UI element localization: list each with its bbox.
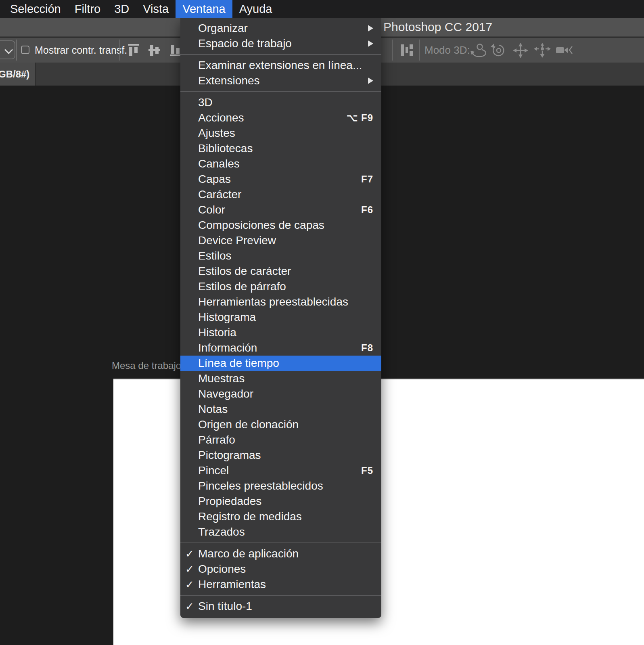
menu-item-shortcut: ⌥ F9 (347, 112, 373, 124)
menu-item-label: Origen de clonación (198, 418, 299, 431)
distribute-icon[interactable] (401, 44, 413, 56)
menu-item-caracter[interactable]: Carácter (180, 187, 381, 202)
submenu-arrow-icon (368, 25, 373, 31)
menu-item-label: Capas (198, 173, 231, 186)
submenu-arrow-icon (368, 40, 373, 47)
menu-item-acciones[interactable]: Acciones⌥ F9 (180, 110, 381, 126)
menu-item-estilos-de-parrafo[interactable]: Estilos de párrafo (180, 279, 381, 294)
menu-item-label: Estilos de párrafo (198, 280, 286, 293)
menu-item-marco-de-aplicacion[interactable]: ✓Marco de aplicación (180, 546, 381, 561)
menu-item-origen-de-clonacion[interactable]: Origen de clonación (180, 417, 381, 432)
menu-item-herramientas-preestablecidas[interactable]: Herramientas preestablecidas (180, 294, 381, 310)
menubar-item-vista[interactable]: Vista (136, 0, 176, 18)
menu-item-label: Navegador (198, 387, 253, 400)
menu-item-registro-de-medidas[interactable]: Registro de medidas (180, 509, 381, 524)
menu-item-estilos[interactable]: Estilos (180, 248, 381, 264)
menu-item-capas[interactable]: CapasF7 (180, 172, 381, 187)
menu-item-estilos-de-caracter[interactable]: Estilos de carácter (180, 264, 381, 279)
menu-item-herramientas[interactable]: ✓Herramientas (180, 577, 381, 592)
align-top-edges-icon[interactable] (128, 43, 140, 57)
ventana-dropdown-menu: OrganizarEspacio de trabajoExaminar exte… (180, 18, 381, 618)
menu-item-informacion[interactable]: InformaciónF8 (180, 340, 381, 356)
submenu-arrow-icon (368, 77, 373, 84)
menu-item-label: Ajustes (198, 127, 235, 140)
menu-item-label: Estilos (198, 249, 231, 262)
toolbar-divider (419, 40, 420, 61)
menu-item-label: Marco de aplicación (198, 547, 299, 560)
menubar-item-ventana[interactable]: Ventana (176, 0, 232, 18)
menu-item-historia[interactable]: Historia (180, 325, 381, 340)
show-transform-checkbox[interactable] (21, 46, 29, 54)
menu-item-ajustes[interactable]: Ajustes (180, 126, 381, 141)
menu-item-composiciones-de-capas[interactable]: Composiciones de capas (180, 218, 381, 233)
menu-item-trazados[interactable]: Trazados (180, 524, 381, 540)
mode-3d-label: Modo 3D: (424, 44, 470, 57)
menu-item-pincel[interactable]: PincelF5 (180, 463, 381, 478)
menu-item-device-preview[interactable]: Device Preview (180, 233, 381, 248)
menu-item-label: Información (198, 341, 257, 354)
menu-item-espacio-de-trabajo[interactable]: Espacio de trabajo (180, 36, 381, 51)
menu-item-muestras[interactable]: Muestras (180, 371, 381, 386)
toolbar-divider (119, 40, 120, 61)
menu-item-extensiones[interactable]: Extensiones (180, 73, 381, 88)
menu-item-label: Propiedades (198, 495, 261, 508)
check-icon: ✓ (185, 563, 194, 576)
menu-item-shortcut: F6 (361, 204, 373, 216)
menu-item-label: Color (198, 203, 225, 216)
menu-item-canales[interactable]: Canales (180, 156, 381, 172)
menubar-item-filtro[interactable]: Filtro (68, 0, 107, 18)
menu-item-label: Pinceles preestablecidos (198, 480, 323, 492)
menu-separator (180, 542, 381, 543)
align-bottom-edges-icon[interactable] (169, 43, 182, 57)
tool-preset-button[interactable] (0, 40, 15, 59)
menu-item-shortcut: F8 (361, 342, 373, 354)
menu-separator (180, 595, 381, 596)
menu-item-label: Composiciones de capas (198, 219, 324, 232)
menu-item-bibliotecas[interactable]: Bibliotecas (180, 141, 381, 156)
menu-item-label: Notas (198, 403, 228, 416)
menu-item-label: Párrafo (198, 433, 235, 446)
menu-item-label: Línea de tiempo (198, 357, 279, 370)
menu-item-label: Histograma (198, 311, 256, 324)
menu-item-navegador[interactable]: Navegador (180, 386, 381, 402)
menu-item-label: Bibliotecas (198, 142, 253, 155)
menu-item-pictogramas[interactable]: Pictogramas (180, 448, 381, 463)
menu-item-color[interactable]: ColorF6 (180, 202, 381, 218)
menu-item-label: Pincel (198, 464, 229, 477)
menu-item-examinar-extensiones-en-linea[interactable]: Examinar extensiones en línea... (180, 58, 381, 73)
slide-3d-icon[interactable] (533, 43, 551, 58)
menu-separator (180, 91, 381, 92)
menu-item-pinceles-preestablecidos[interactable]: Pinceles preestablecidos (180, 478, 381, 494)
menu-item-opciones[interactable]: ✓Opciones (180, 561, 381, 577)
orbit-3d-icon[interactable] (468, 43, 486, 58)
check-icon: ✓ (185, 548, 194, 560)
menu-item-propiedades[interactable]: Propiedades (180, 494, 381, 509)
chevron-down-icon (4, 46, 13, 54)
menu-item-histograma[interactable]: Histograma (180, 310, 381, 325)
menu-item-label: 3D (198, 96, 213, 109)
roll-3d-icon[interactable] (490, 43, 508, 58)
menubar-item-seleccion[interactable]: Selección (3, 0, 68, 18)
show-transform-label: Mostrar contr. transf. (35, 44, 127, 56)
menu-item-label: Organizar (198, 22, 248, 35)
pan-3d-icon[interactable] (512, 43, 529, 58)
menu-item-sin-titulo-1[interactable]: ✓Sin título-1 (180, 599, 381, 614)
camera-3d-icon[interactable] (555, 43, 575, 58)
menu-item-label: Sin título-1 (198, 600, 252, 613)
menu-item-organizar[interactable]: Organizar (180, 21, 381, 36)
menu-item-label: Carácter (198, 188, 241, 201)
menu-item-label: Device Preview (198, 234, 276, 247)
menubar-item-3d[interactable]: 3D (107, 0, 136, 18)
menu-item-label: Espacio de trabajo (198, 37, 292, 50)
menu-item-3d[interactable]: 3D (180, 95, 381, 110)
menu-item-notas[interactable]: Notas (180, 402, 381, 417)
toolbar-divider (392, 40, 393, 61)
menubar-item-ayuda[interactable]: Ayuda (232, 0, 279, 18)
document-tab[interactable]: GB/8#) (0, 63, 36, 86)
toolbar-divider (16, 40, 17, 61)
align-vertical-centers-icon[interactable] (148, 43, 161, 57)
menu-item-label: Muestras (198, 372, 245, 385)
menu-item-label: Canales (198, 157, 240, 170)
menu-item-parrafo[interactable]: Párrafo (180, 432, 381, 448)
menu-item-linea-de-tiempo[interactable]: Línea de tiempo (180, 356, 381, 371)
